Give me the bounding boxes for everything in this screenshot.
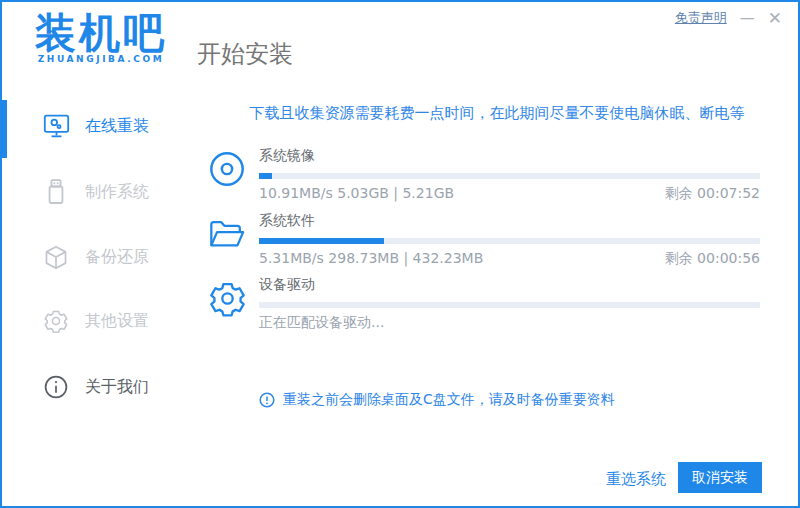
sidebar-item-label: 其他设置 [85,311,149,332]
sidebar-item-label: 在线重装 [85,116,149,137]
usb-drive-icon [42,177,70,207]
task-speed-size: 5.31MB/s 298.73MB | 432.23MB [259,250,483,268]
sidebar-item-make-system[interactable]: 制作系统 [2,171,192,213]
page-title: 开始安装 [197,38,293,70]
reselect-system-button[interactable]: 重选系统 [606,470,666,489]
open-folder-icon [208,218,246,251]
logo-text: 装机吧 [28,10,174,57]
task-time-remaining: 剩余 00:07:52 [665,185,760,203]
sidebar: 在线重装 制作系统 备份还原 [2,88,192,506]
sidebar-item-label: 备份还原 [85,247,149,268]
sidebar-item-label: 关于我们 [85,377,149,398]
sidebar-item-backup-restore[interactable]: 备份还原 [2,236,192,278]
sidebar-item-about-us[interactable]: 关于我们 [2,366,192,408]
task-title: 系统软件 [259,212,760,230]
gear-icon [208,279,247,318]
main-panel: 下载且收集资源需要耗费一点时间，在此期间尽量不要使电脑休眠、断电等 系统镜像 1… [192,92,800,422]
progress-bar [259,302,760,308]
task-speed-size: 10.91MB/s 5.03GB | 5.21GB [259,185,454,203]
task-time-remaining: 剩余 00:00:56 [665,250,760,268]
download-warning-banner: 下载且收集资源需要耗费一点时间，在此期间尽量不要使电脑休眠、断电等 [192,104,800,123]
disclaimer-link[interactable]: 免责声明 [675,9,727,27]
info-icon [42,372,70,402]
task-title: 系统镜像 [259,147,760,165]
sidebar-item-online-reinstall[interactable]: 在线重装 [2,105,192,147]
settings-gear-icon [42,306,70,336]
app-logo: 装机吧 ZHUANGJIBA.COM [28,10,174,64]
progress-bar [259,238,760,244]
task-system-software: 系统软件 5.31MB/s 298.73MB | 432.23MB 剩余 00:… [208,212,760,268]
progress-fill [259,238,384,244]
cancel-install-button[interactable]: 取消安装 [678,462,762,493]
monitor-reinstall-icon [42,111,70,141]
logo-tagline: ZHUANGJIBA.COM [28,54,174,64]
app-window: 装机吧 ZHUANGJIBA.COM 开始安装 免责声明 — ✕ 在线重装 [0,0,800,508]
disc-icon [208,150,246,188]
minimize-icon[interactable]: — [740,11,755,26]
backup-notice-text: 重装之前会删除桌面及C盘文件，请及时备份重要资料 [283,391,615,409]
backup-notice: 重装之前会删除桌面及C盘文件，请及时备份重要资料 [259,391,615,409]
task-title: 设备驱动 [259,276,760,294]
progress-fill [259,173,272,179]
progress-bar [259,173,760,179]
close-icon[interactable]: ✕ [768,10,782,27]
backup-box-icon [42,242,70,272]
exclamation-circle-icon [259,392,275,408]
sidebar-item-label: 制作系统 [85,182,149,203]
task-device-driver: 设备驱动 正在匹配设备驱动... [208,276,760,332]
sidebar-item-other-settings[interactable]: 其他设置 [2,300,192,342]
task-system-image: 系统镜像 10.91MB/s 5.03GB | 5.21GB 剩余 00:07:… [208,147,760,203]
task-status-text: 正在匹配设备驱动... [259,314,384,332]
window-controls: 免责声明 — ✕ [675,9,782,27]
